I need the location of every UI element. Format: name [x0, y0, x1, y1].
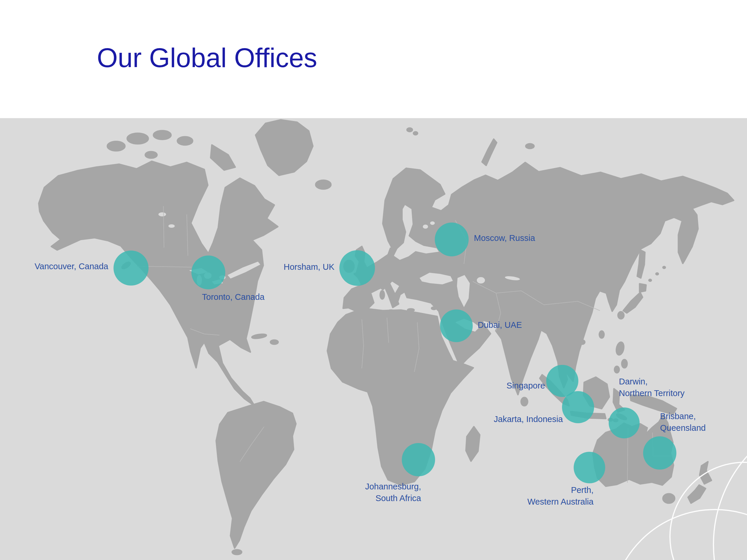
office-label-dubai: Dubai, UAE: [478, 319, 522, 331]
island-svalbard: [407, 128, 412, 132]
office-label-line: Vancouver, Canada: [34, 261, 108, 272]
office-label-horsham: Horsham, UK: [284, 261, 334, 273]
office-label-vancouver: Vancouver, Canada: [34, 261, 108, 272]
office-label-line: Johannesburg,: [365, 481, 421, 492]
arctic-island: [127, 133, 148, 144]
island-kuril: [663, 267, 665, 268]
sea-aral: [477, 277, 485, 284]
office-label-line: Perth,: [527, 484, 594, 496]
slide-header: Our Global Offices: [0, 0, 747, 118]
island-iceland: [316, 180, 331, 189]
office-label-line: Moscow, Russia: [474, 232, 535, 244]
office-label-brisbane: Brisbane,Queensland: [660, 410, 705, 434]
page-title: Our Global Offices: [97, 43, 317, 73]
office-label-line: Brisbane,: [660, 410, 705, 422]
island-hispaniola: [271, 340, 278, 344]
island-tasmania: [663, 494, 675, 503]
lake-great-slave: [169, 224, 175, 228]
office-label-line: Horsham, UK: [284, 261, 334, 273]
arctic-island: [145, 152, 157, 158]
island-sri-lanka: [521, 398, 527, 406]
island-hainan: [580, 340, 585, 344]
island-kuril: [656, 273, 658, 275]
arctic-island: [177, 137, 192, 145]
lake-onega: [430, 221, 435, 225]
island-kuril: [649, 279, 651, 281]
office-label-jakarta: Jakarta, Indonesia: [494, 413, 563, 425]
office-label-perth: Perth,Western Australia: [527, 484, 594, 507]
office-marker-horsham: [339, 250, 375, 286]
office-marker-vancouver: [113, 250, 149, 286]
office-label-singapore: Singapore: [507, 380, 545, 392]
slide: Our Global Offices: [0, 0, 747, 560]
office-label-line: South Africa: [365, 492, 421, 504]
office-label-toronto: Toronto, Canada: [202, 291, 264, 303]
office-label-line: Singapore: [507, 380, 545, 392]
office-marker-toronto: [191, 256, 225, 289]
office-label-line: Queensland: [660, 422, 705, 434]
island-sardinia: [380, 291, 384, 299]
island-crete: [408, 309, 414, 311]
office-marker-johannesburg: [402, 443, 435, 476]
office-label-darwin: Darwin,Northern Territory: [619, 376, 685, 399]
island-cyprus: [432, 307, 436, 310]
arctic-island: [153, 131, 171, 139]
island-philippines: [622, 359, 627, 368]
office-marker-darwin: [609, 407, 640, 438]
office-label-line: Western Australia: [527, 496, 594, 507]
island-svalbard: [413, 132, 417, 135]
arctic-island: [526, 144, 534, 149]
office-label-johannesburg: Johannesburg,South Africa: [365, 481, 421, 504]
island-tierra-del-fuego: [232, 550, 241, 555]
office-marker-perth: [574, 452, 605, 483]
office-label-line: Northern Territory: [619, 387, 685, 399]
office-marker-moscow: [435, 222, 469, 257]
office-marker-jakarta: [562, 391, 594, 423]
office-label-line: Toronto, Canada: [202, 291, 264, 303]
office-label-line: Darwin,: [619, 376, 685, 387]
office-label-line: Jakarta, Indonesia: [494, 413, 563, 425]
island-taiwan: [599, 331, 604, 338]
island-kyushu: [618, 312, 624, 319]
arctic-island: [107, 141, 125, 151]
lake-great-bear: [158, 212, 166, 216]
island-philippines: [615, 366, 619, 373]
office-marker-dubai: [440, 310, 473, 342]
office-marker-brisbane: [643, 436, 676, 470]
office-label-moscow: Moscow, Russia: [474, 232, 535, 244]
office-label-line: Dubai, UAE: [478, 319, 522, 331]
lake-ladoga: [423, 224, 428, 229]
island-sicily: [387, 310, 395, 315]
island-corsica: [381, 284, 385, 289]
island-hokkaido: [640, 284, 646, 292]
